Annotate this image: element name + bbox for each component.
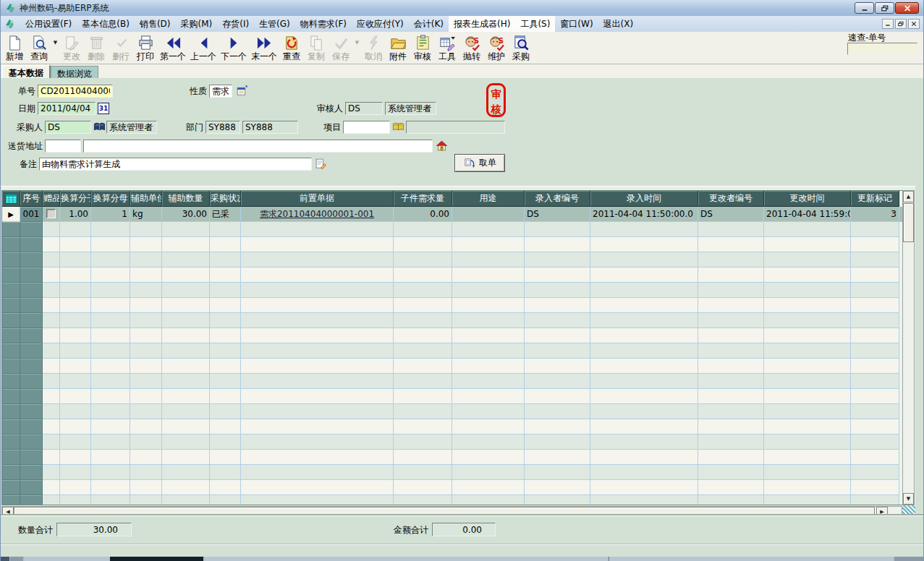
previous-button[interactable]: 上一个 (188, 33, 219, 63)
tools-button[interactable]: 工具 (435, 33, 459, 63)
remark-field[interactable] (39, 158, 312, 171)
erp-window: 神州数码-易助ERP系统 公用设置(F)基本信息(B)销售(D)采购(M)存货(… (0, 0, 924, 561)
column-header-source-doc[interactable]: 前置单据 (241, 191, 394, 207)
grid-empty-row (2, 480, 902, 495)
menu-item-window[interactable]: 窗口(W) (555, 16, 598, 33)
menu-item-inventory[interactable]: 存货(I) (217, 16, 254, 33)
folder-icon (390, 35, 407, 51)
minimize-icon (861, 5, 868, 12)
requery-button[interactable]: 重查 (279, 33, 304, 63)
auditor-code-field: DS (345, 102, 383, 115)
tab-strip: 基本数据 数据浏览 (1, 64, 923, 78)
tools-icon (439, 35, 456, 51)
trash-icon (88, 35, 105, 51)
query-button[interactable]: 查询 (27, 33, 51, 63)
house-icon[interactable] (436, 140, 448, 152)
source-doc-link[interactable]: 需求20110404000001-001 (260, 209, 374, 219)
nature-field[interactable] (209, 85, 232, 98)
properties-icon[interactable] (236, 85, 248, 97)
delivery-address-field[interactable] (83, 140, 433, 153)
grid-empty-row (2, 252, 902, 267)
menu-item-sales[interactable]: 销售(D) (135, 16, 176, 33)
delivery-address-code-field[interactable] (45, 140, 81, 153)
cell-gift (43, 207, 60, 222)
browse-yellow-icon[interactable] (392, 121, 404, 133)
grid-empty-row (2, 298, 902, 313)
mdi-close-button[interactable] (908, 19, 920, 29)
column-header-modifier-id[interactable]: 更改者编号 (698, 191, 764, 207)
column-header-gift[interactable]: 赠品 (43, 191, 60, 207)
tab-basic-data[interactable]: 基本数据 (2, 65, 50, 78)
maintain-button[interactable]: 维护 (484, 33, 509, 63)
print-button[interactable]: 打印 (133, 33, 158, 63)
menu-item-ap-ar[interactable]: 应收应付(Y) (352, 16, 409, 33)
menu-item-basic-info[interactable]: 基本信息(B) (77, 16, 135, 33)
column-header-seq[interactable]: 序号 (20, 191, 43, 207)
column-header-aux-unit[interactable]: 辅助单位 (130, 191, 162, 207)
project-name-field (406, 121, 505, 134)
column-header-creator-id[interactable]: 录入者编号 (525, 191, 590, 207)
vertical-scroll-thumb[interactable] (903, 203, 914, 242)
mdi-restore-button[interactable] (895, 19, 907, 29)
menu-item-purchase[interactable]: 采购(M) (175, 16, 217, 33)
attachment-button[interactable]: 附件 (386, 33, 410, 63)
minimize-button[interactable] (855, 2, 874, 14)
gift-checkbox[interactable] (46, 209, 56, 218)
restore-button[interactable] (875, 2, 894, 14)
cancel-button: 取消 (361, 33, 386, 63)
grid-empty-row (2, 237, 902, 252)
column-header-aux-qty[interactable]: 辅助数量 (162, 191, 210, 207)
note-edit-icon[interactable] (315, 158, 327, 170)
vertical-scrollbar[interactable]: ▲ ▼ (902, 190, 915, 505)
column-header-component-demand-qty[interactable]: 子件需求量 (394, 191, 452, 207)
grid-empty-row (2, 313, 902, 328)
purchaser-label: 采购人 (7, 121, 43, 134)
browse-dark-icon[interactable] (93, 121, 106, 133)
person-s-icon (464, 35, 480, 51)
menu-item-production[interactable]: 生管(G) (254, 16, 295, 33)
note-icon (415, 35, 431, 51)
fetch-order-button[interactable]: 取单 (454, 154, 505, 172)
query-dropdown-arrow[interactable]: ▼ (51, 33, 59, 63)
purchase-button[interactable]: 采购 (509, 33, 533, 63)
purchaser-code-field[interactable] (45, 121, 91, 134)
quick-search-input[interactable] (847, 43, 917, 55)
delivery-address-label: 送货地址 (1, 140, 43, 153)
next-button[interactable]: 下一个 (219, 33, 249, 63)
grid-empty-row (2, 283, 902, 298)
column-header-create-time[interactable]: 录入时间 (590, 191, 698, 207)
menu-bar: 公用设置(F)基本信息(B)销售(D)采购(M)存货(I)生管(G)物料需求(F… (1, 16, 923, 32)
tab-data-browse[interactable]: 数据浏览 (51, 66, 98, 78)
column-header-purchase-status[interactable]: 采购状况 (210, 191, 241, 207)
menu-item-exit[interactable]: 退出(X) (598, 16, 639, 33)
date-field[interactable] (38, 102, 96, 115)
menu-item-accounting[interactable]: 会计(K) (409, 16, 449, 33)
close-button[interactable] (895, 2, 919, 14)
audit-button[interactable]: 审核 (410, 33, 435, 63)
calendar-icon[interactable]: 31 (98, 103, 109, 114)
last-button[interactable]: 末一个 (249, 33, 279, 63)
column-header-conv-denominator[interactable]: 换算分母 (91, 191, 130, 207)
menu-item-material-demand[interactable]: 物料需求(F) (295, 16, 352, 33)
menu-item-tools[interactable]: 工具(S) (515, 16, 555, 33)
nav-next-icon (226, 35, 242, 51)
column-header-update-flag[interactable]: 更新标记 (851, 191, 899, 207)
order-no-field[interactable] (38, 85, 113, 98)
mdi-minimize-button[interactable] (882, 19, 894, 29)
transfer-button[interactable]: 抛转 (459, 33, 484, 63)
project-code-field[interactable] (343, 121, 390, 134)
column-header-usage[interactable]: 用途 (452, 191, 525, 207)
scroll-up-button[interactable]: ▲ (903, 191, 914, 202)
grid-empty-row (2, 267, 902, 283)
current-row-marker: ▶ (2, 207, 20, 222)
qty-total-field: 30.00 (56, 523, 132, 536)
delete-row-button: 删行 (109, 33, 133, 63)
scroll-down-button[interactable]: ▼ (903, 493, 914, 505)
first-button[interactable]: 第一个 (158, 33, 188, 63)
column-header-modify-time[interactable]: 更改时间 (764, 191, 851, 207)
menu-item-report-builder[interactable]: 报表生成器(H) (449, 16, 515, 33)
grid-empty-row (2, 419, 902, 434)
new-button[interactable]: 新增 (2, 33, 27, 63)
menu-item-public-settings[interactable]: 公用设置(F) (20, 16, 77, 33)
column-header-conv-numerator[interactable]: 换算分子 (60, 191, 91, 207)
